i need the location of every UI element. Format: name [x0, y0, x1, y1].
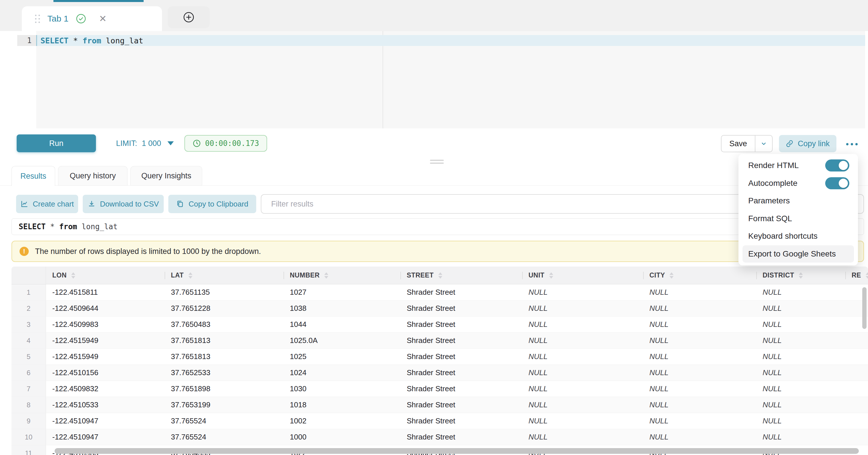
warning-text: The number of rows displayed is limited …	[35, 247, 261, 256]
run-button[interactable]: Run	[17, 134, 96, 152]
table-cell: NULL	[643, 300, 756, 316]
table-cell: 1025.0A	[283, 333, 400, 348]
column-header-lon[interactable]: LON	[46, 267, 164, 284]
column-header-street[interactable]: STREET	[400, 267, 522, 284]
table-cell: NULL	[756, 300, 845, 316]
column-header-re[interactable]: RE	[845, 267, 868, 284]
column-header-district[interactable]: DISTRICT	[756, 267, 845, 284]
chart-icon	[21, 200, 28, 208]
tab-query-history[interactable]: Query history	[58, 166, 127, 186]
table-cell: -122.4509832	[46, 381, 164, 397]
table-body: 1-122.451581137.76511351027Shrader Stree…	[11, 284, 868, 455]
save-options-button[interactable]	[755, 135, 772, 152]
row-number: 8	[11, 397, 46, 413]
table-cell: NULL	[522, 397, 643, 413]
column-header-city[interactable]: CITY	[643, 267, 756, 284]
plus-circle-icon	[182, 11, 195, 24]
table-cell: 1025	[283, 349, 400, 365]
tab-query-insights[interactable]: Query Insights	[130, 166, 202, 186]
editor-active-line[interactable]: SELECT * from long_lat	[36, 35, 865, 46]
create-chart-button[interactable]: Create chart	[16, 195, 78, 213]
horizontal-scrollbar[interactable]	[55, 448, 859, 454]
tab-label: Tab 1	[48, 14, 68, 24]
table-cell: Shrader Street	[400, 397, 522, 413]
table-cell: NULL	[643, 381, 756, 397]
menu-item-parameters[interactable]: Parameters	[739, 192, 858, 209]
table-cell: NULL	[522, 349, 643, 365]
render-html-toggle[interactable]	[825, 159, 849, 172]
sql-editor[interactable]: 1 SELECT * from long_lat	[17, 31, 865, 128]
table-cell: NULL	[522, 429, 643, 445]
vertical-scrollbar[interactable]	[862, 287, 867, 329]
table-cell: Shrader Street	[400, 349, 522, 365]
table-cell: Shrader Street	[400, 333, 522, 348]
tab-tab1[interactable]: Tab 1 ✕	[22, 6, 162, 31]
sort-icon[interactable]	[324, 272, 328, 279]
create-chart-label: Create chart	[33, 200, 74, 209]
row-number: 1	[11, 284, 46, 300]
table-cell: NULL	[522, 284, 643, 300]
download-csv-button[interactable]: Download to CSV	[83, 195, 164, 213]
table-row: 8-122.451053337.76531991018Shrader Stree…	[11, 397, 868, 413]
menu-item-export-google-sheets[interactable]: Export to Google Sheets	[742, 245, 854, 263]
row-number: 2	[11, 300, 46, 316]
line-number: 1	[17, 35, 36, 46]
menu-item-autocomplete[interactable]: Autocomplete	[739, 175, 858, 192]
menu-item-label: Export to Google Sheets	[748, 249, 836, 259]
menu-item-label: Keyboard shortcuts	[748, 232, 817, 241]
tab-results[interactable]: Results	[11, 166, 55, 186]
copy-link-button[interactable]: Copy link	[779, 135, 836, 152]
menu-item-render-html[interactable]: Render HTML	[739, 157, 858, 174]
table-cell: 37.7653199	[164, 397, 283, 413]
table-cell: NULL	[522, 300, 643, 316]
sort-icon[interactable]	[670, 272, 674, 279]
autocomplete-toggle[interactable]	[825, 177, 849, 189]
table-cell: -122.4515811	[46, 284, 164, 300]
new-tab-button[interactable]	[168, 6, 210, 28]
table-cell: Shrader Street	[400, 365, 522, 381]
sort-icon[interactable]	[188, 272, 192, 279]
table-header-row: LONLATNUMBERSTREETUNITCITYDISTRICTRE	[11, 267, 868, 284]
warning-icon: !	[20, 247, 29, 256]
column-header-lat[interactable]: LAT	[164, 267, 283, 284]
sort-icon[interactable]	[799, 272, 803, 279]
column-header-number[interactable]: NUMBER	[283, 267, 400, 284]
close-tab-icon[interactable]: ✕	[99, 13, 106, 24]
table-cell: -122.4515949	[46, 333, 164, 348]
table-cell: NULL	[756, 349, 845, 365]
download-icon	[88, 200, 96, 208]
table-cell: 37.7652533	[164, 365, 283, 381]
save-button[interactable]: Save	[721, 135, 755, 152]
success-check-icon	[76, 13, 86, 24]
row-number: 11	[11, 445, 46, 455]
sort-icon[interactable]	[438, 272, 442, 279]
drag-handle-icon[interactable]	[35, 14, 40, 23]
table-cell: NULL	[756, 381, 845, 397]
more-options-menu: Render HTML Autocomplete Parameters Form…	[739, 154, 858, 266]
sort-icon[interactable]	[71, 272, 75, 279]
table-cell	[845, 349, 868, 365]
limit-dropdown[interactable]: LIMIT: 1 000	[116, 134, 174, 152]
table-cell: NULL	[643, 429, 756, 445]
copy-clipboard-button[interactable]: Copy to Clipboard	[168, 195, 256, 213]
table-cell: NULL	[756, 333, 845, 348]
table-cell: NULL	[643, 397, 756, 413]
table-cell: 1002	[283, 413, 400, 429]
table-row: 9-122.451094737.7655241002Shrader Street…	[11, 413, 868, 429]
panel-resize-handle[interactable]	[430, 160, 444, 165]
menu-item-keyboard-shortcuts[interactable]: Keyboard shortcuts	[739, 228, 858, 245]
table-cell: NULL	[643, 365, 756, 381]
table-cell: 1038	[283, 300, 400, 316]
table-cell: NULL	[756, 316, 845, 332]
menu-item-format-sql[interactable]: Format SQL	[739, 210, 858, 227]
table-cell: NULL	[522, 333, 643, 348]
sort-icon[interactable]	[549, 272, 553, 279]
table-row: 4-122.451594937.76518131025.0AShrader St…	[11, 333, 868, 349]
table-cell: -122.4510533	[46, 397, 164, 413]
table-row: 7-122.450983237.76518981030Shrader Stree…	[11, 381, 868, 397]
column-header-unit[interactable]: UNIT	[522, 267, 643, 284]
more-options-button[interactable]	[844, 141, 860, 147]
table-cell: NULL	[643, 316, 756, 332]
menu-item-label: Parameters	[748, 196, 790, 205]
sort-icon[interactable]	[866, 272, 868, 279]
